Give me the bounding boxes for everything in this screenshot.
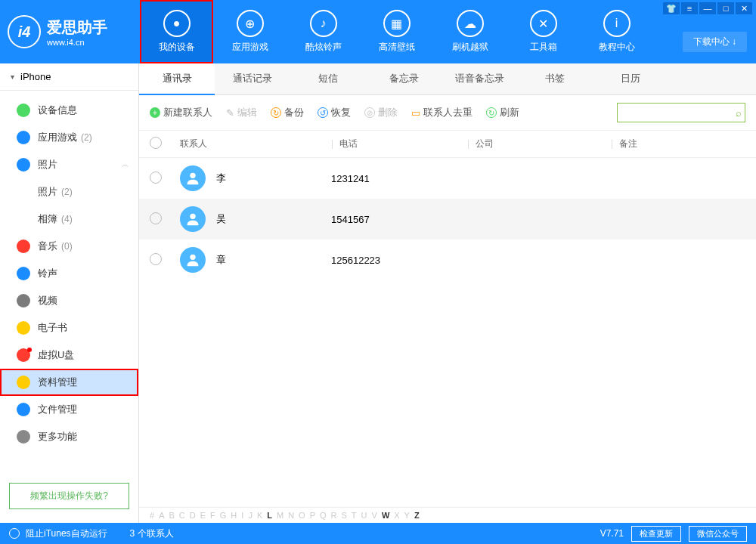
alpha-O[interactable]: O <box>299 511 305 520</box>
search-input[interactable] <box>622 107 736 118</box>
svg-point-1 <box>190 214 195 219</box>
alpha-X[interactable]: X <box>394 511 399 520</box>
contact-row[interactable]: 吴1541567 <box>139 199 756 240</box>
select-all-checkbox[interactable] <box>150 137 162 149</box>
sidebar-item-6[interactable]: 铃声 <box>0 260 138 287</box>
tab-5[interactable]: 书签 <box>517 63 593 94</box>
alpha-I[interactable]: I <box>241 511 243 520</box>
close-icon[interactable]: ✕ <box>736 2 752 14</box>
sidebar-item-8[interactable]: 电子书 <box>0 314 138 342</box>
tab-3[interactable]: 备忘录 <box>366 63 442 94</box>
alpha-B[interactable]: B <box>169 511 174 520</box>
row-checkbox[interactable] <box>150 253 162 265</box>
download-center-button[interactable]: 下载中心 ↓ <box>683 32 747 52</box>
sidebar-item-4[interactable]: 相簿(4) <box>0 206 138 233</box>
sidebar-item-5[interactable]: 音乐(0) <box>0 233 138 260</box>
restore-button[interactable]: ↺恢复 <box>318 106 351 119</box>
nav-3[interactable]: ▦高清壁纸 <box>360 0 433 63</box>
avatar-icon <box>180 206 206 232</box>
alpha-E[interactable]: E <box>200 511 206 520</box>
nav-4[interactable]: ☁刷机越狱 <box>433 0 507 63</box>
tab-2[interactable]: 短信 <box>290 63 366 94</box>
maximize-icon[interactable]: □ <box>717 2 734 14</box>
sidebar-icon <box>17 104 30 117</box>
alpha-S[interactable]: S <box>342 511 347 520</box>
sidebar-item-9[interactable]: 虚拟U盘 <box>0 342 138 369</box>
col-name: 联系人 <box>180 138 331 150</box>
sidebar-item-7[interactable]: 视频 <box>0 287 138 314</box>
minimize-icon[interactable]: — <box>699 2 716 14</box>
sidebar-count: (2) <box>61 187 73 197</box>
alpha-W[interactable]: W <box>382 511 389 520</box>
alpha-C[interactable]: C <box>179 511 185 520</box>
itunes-toggle-icon[interactable] <box>9 528 20 539</box>
alpha-Z[interactable]: Z <box>414 511 420 520</box>
sidebar-item-1[interactable]: 应用游戏(2) <box>0 124 138 151</box>
dedup-icon: ▭ <box>411 107 420 119</box>
nav-icon-4: ☁ <box>457 10 484 37</box>
alpha-G[interactable]: G <box>220 511 227 520</box>
alpha-J[interactable]: J <box>248 511 253 520</box>
itunes-toggle-label[interactable]: 阻止iTunes自动运行 <box>26 527 107 540</box>
settings-icon[interactable]: ≡ <box>681 2 698 14</box>
contact-row[interactable]: 章125612223 <box>139 240 756 280</box>
device-selector[interactable]: iPhone <box>0 63 138 91</box>
new-contact-button[interactable]: +新建联系人 <box>150 106 212 119</box>
wechat-button[interactable]: 微信公众号 <box>689 526 747 542</box>
alpha-R[interactable]: R <box>331 511 337 520</box>
sidebar-item-11[interactable]: 文件管理 <box>0 396 138 423</box>
edit-button[interactable]: ✎编辑 <box>226 106 257 119</box>
alpha-Q[interactable]: Q <box>320 511 327 520</box>
row-checkbox[interactable] <box>150 212 162 224</box>
tabs: 通讯录通话记录短信备忘录语音备忘录书签日历 <box>139 63 756 95</box>
sidebar-label: 铃声 <box>38 267 57 280</box>
alpha-K[interactable]: K <box>257 511 262 520</box>
sidebar-item-12[interactable]: 更多功能 <box>0 423 138 450</box>
alpha-V[interactable]: V <box>372 511 377 520</box>
sidebar-item-0[interactable]: 设备信息 <box>0 97 138 124</box>
alpha-F[interactable]: F <box>210 511 215 520</box>
alpha-#[interactable]: # <box>150 511 154 520</box>
alpha-T[interactable]: T <box>352 511 357 520</box>
backup-button[interactable]: ↻备份 <box>271 106 304 119</box>
help-link[interactable]: 频繁出现操作失败? <box>9 483 129 509</box>
sidebar-item-2[interactable]: 照片︿ <box>0 151 138 178</box>
expand-icon[interactable]: ︿ <box>122 159 129 170</box>
nav-5[interactable]: ✕工具箱 <box>507 0 580 63</box>
check-update-button[interactable]: 检查更新 <box>631 526 681 542</box>
tab-1[interactable]: 通话记录 <box>215 63 290 94</box>
refresh-button[interactable]: ↻刷新 <box>486 106 519 119</box>
alpha-D[interactable]: D <box>190 511 196 520</box>
delete-button[interactable]: ⊘删除 <box>364 106 398 119</box>
alpha-M[interactable]: M <box>277 511 284 520</box>
nav-0[interactable]: ●我的设备 <box>140 0 213 63</box>
nav-1[interactable]: ⊕应用游戏 <box>213 0 287 63</box>
tab-0[interactable]: 通讯录 <box>139 63 215 95</box>
alpha-U[interactable]: U <box>361 511 367 520</box>
sidebar-label: 更多功能 <box>38 430 77 444</box>
alpha-A[interactable]: A <box>159 511 164 520</box>
search-box[interactable]: ⌕ <box>617 103 745 122</box>
sidebar-item-10[interactable]: 资料管理 <box>0 369 138 396</box>
alpha-Y[interactable]: Y <box>404 511 410 520</box>
alpha-H[interactable]: H <box>231 511 237 520</box>
notification-dot <box>27 348 32 352</box>
nav-6[interactable]: i教程中心 <box>580 0 653 63</box>
tab-6[interactable]: 日历 <box>593 63 668 94</box>
tab-4[interactable]: 语音备忘录 <box>442 63 517 94</box>
dedup-button[interactable]: ▭联系人去重 <box>411 106 472 119</box>
contact-row[interactable]: 李1231241 <box>139 158 756 199</box>
nav-label: 高清壁纸 <box>379 41 415 54</box>
header-nav: ●我的设备⊕应用游戏♪酷炫铃声▦高清壁纸☁刷机越狱✕工具箱i教程中心 <box>140 0 653 63</box>
alpha-P[interactable]: P <box>310 511 315 520</box>
row-checkbox[interactable] <box>150 172 162 184</box>
alpha-N[interactable]: N <box>288 511 294 520</box>
alpha-L[interactable]: L <box>267 511 272 520</box>
logo-area: i4 爱思助手 www.i4.cn <box>8 15 140 48</box>
avatar-icon <box>180 165 206 191</box>
sidebar: iPhone 设备信息应用游戏(2)照片︿照片(2)相簿(4)音乐(0)铃声视频… <box>0 63 139 523</box>
nav-2[interactable]: ♪酷炫铃声 <box>287 0 360 63</box>
skin-icon[interactable]: 👕 <box>663 2 680 14</box>
search-icon[interactable]: ⌕ <box>736 107 742 119</box>
sidebar-item-3[interactable]: 照片(2) <box>0 178 138 206</box>
